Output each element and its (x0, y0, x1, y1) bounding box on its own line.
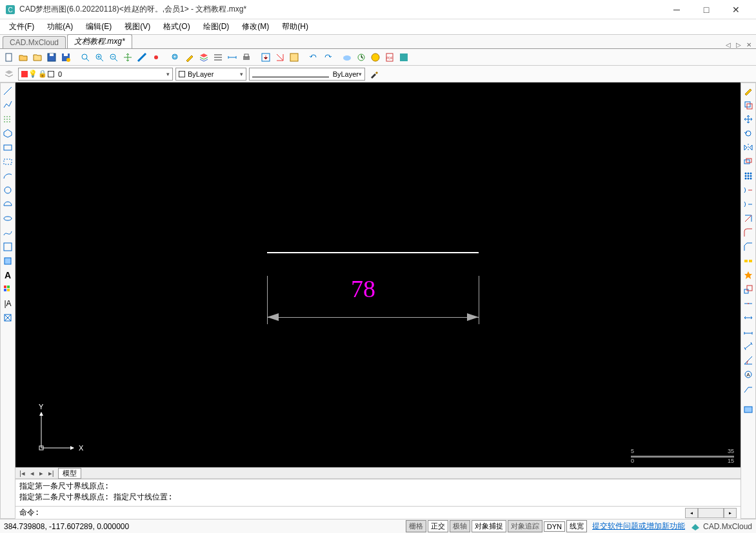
tab-next-icon[interactable]: ▷ (734, 41, 743, 48)
dim-angle-icon[interactable] (742, 354, 755, 367)
new-file-icon[interactable] (3, 51, 15, 64)
open-file-icon[interactable] (17, 51, 30, 64)
toggle-ortho[interactable]: 正交 (428, 520, 448, 532)
menu-file[interactable]: 文件(F) (5, 20, 38, 34)
dim-radius-icon[interactable]: A (742, 368, 755, 381)
scroll-right-icon[interactable]: ▸ (724, 508, 737, 518)
dim-tool-icon[interactable]: |A (1, 297, 14, 310)
layer-manager-icon[interactable] (3, 68, 15, 81)
save-as-icon[interactable] (59, 51, 72, 64)
semicircle-tool-icon[interactable] (1, 198, 14, 211)
circle-tool-icon[interactable] (1, 184, 14, 197)
scroll-left-icon[interactable]: ◂ (685, 508, 698, 518)
menu-modify[interactable]: 修改(M) (238, 20, 273, 34)
brush-icon[interactable] (368, 68, 381, 81)
spline-tool-icon[interactable] (1, 226, 14, 239)
break-icon[interactable] (742, 255, 755, 267)
ellipse-tool-icon[interactable] (1, 212, 14, 225)
hatch-tool-icon[interactable] (1, 113, 14, 126)
export-icon[interactable] (259, 51, 272, 64)
layer-combo[interactable]: 💡 🔒 0 ▾ (18, 68, 173, 81)
measure-icon[interactable] (135, 51, 148, 64)
trim-icon[interactable] (742, 198, 755, 211)
undo-icon[interactable] (307, 51, 320, 64)
leader-icon[interactable] (742, 382, 755, 395)
explode-icon[interactable] (742, 269, 755, 282)
zoom-fit-icon[interactable] (79, 51, 92, 64)
feedback-link[interactable]: 提交软件问题或增加新功能 (592, 521, 685, 532)
doc-tab-tutorial[interactable]: 文档教程.mxg* (67, 34, 132, 48)
menu-function[interactable]: 功能(A) (43, 20, 77, 34)
tools-icon[interactable] (288, 51, 301, 64)
print-icon[interactable] (240, 51, 253, 64)
app-icon-tb[interactable] (397, 51, 410, 64)
toggle-osnap[interactable]: 对象捕捉 (472, 520, 506, 532)
toggle-grid[interactable]: 栅格 (406, 520, 426, 532)
menu-view[interactable]: 视图(V) (121, 20, 154, 34)
grid-tool-icon[interactable] (1, 283, 14, 296)
menu-format[interactable]: 格式(O) (159, 20, 194, 34)
model-tab-last-icon[interactable]: ▸| (47, 469, 55, 478)
chamfer-icon[interactable] (742, 240, 755, 253)
redo-icon[interactable] (321, 51, 334, 64)
model-tab-first-icon[interactable]: |◂ (18, 469, 26, 478)
block-tool-icon[interactable] (1, 311, 14, 324)
dim-align-icon[interactable] (742, 340, 755, 353)
polyline-tool-icon[interactable] (1, 99, 14, 111)
dimension-style-icon[interactable] (226, 51, 239, 64)
model-tab-next-icon[interactable]: ▸ (38, 469, 45, 478)
line-tool-icon[interactable] (1, 84, 14, 97)
array-icon[interactable] (742, 170, 755, 182)
cloud-logo[interactable]: CAD.MxCloud (690, 521, 752, 532)
stretch-icon[interactable] (742, 311, 755, 324)
move-icon[interactable] (742, 113, 755, 126)
text-tool-icon[interactable]: A (1, 269, 14, 282)
extract-icon[interactable] (742, 212, 755, 225)
rect2-tool-icon[interactable] (1, 240, 14, 253)
zoom-out-icon[interactable] (107, 51, 120, 64)
drawing-canvas[interactable]: 78 X Y 535 015 (15, 82, 741, 467)
edit-icon[interactable] (183, 51, 196, 64)
folder-icon[interactable] (31, 51, 44, 64)
zoom-window-icon[interactable] (169, 51, 182, 64)
fillet-icon[interactable] (742, 226, 755, 239)
minimize-button[interactable]: ─ (662, 0, 691, 19)
tab-close-icon[interactable]: ✕ (744, 41, 753, 48)
toggle-otrack[interactable]: 对象追踪 (508, 520, 542, 532)
point-icon[interactable] (150, 51, 163, 64)
command-input[interactable] (42, 509, 685, 518)
edit-pencil-icon[interactable] (742, 84, 755, 97)
screenshot-icon[interactable] (742, 403, 755, 416)
cloud-icon[interactable] (341, 51, 353, 64)
menu-draw[interactable]: 绘图(D) (199, 20, 234, 34)
rect-tool-icon[interactable] (1, 141, 14, 154)
import-icon[interactable] (274, 51, 286, 64)
zoom-in-icon[interactable] (93, 51, 106, 64)
globe-icon[interactable] (369, 51, 382, 64)
lineweight-icon[interactable] (212, 51, 224, 64)
save-icon[interactable] (45, 51, 58, 64)
model-tab[interactable]: 模型 (58, 468, 81, 479)
layers-icon[interactable] (197, 51, 210, 64)
dim-linear-icon[interactable] (742, 325, 755, 338)
offset-icon[interactable] (742, 155, 755, 168)
toggle-dyn[interactable]: DYN (544, 521, 565, 532)
extend-icon[interactable] (742, 184, 755, 197)
pdf-icon[interactable]: PDF (383, 51, 396, 64)
color-combo[interactable]: ByLayer ▾ (175, 68, 246, 81)
mirror-icon[interactable] (742, 141, 755, 154)
toggle-lineweight[interactable]: 线宽 (566, 520, 587, 532)
sync-icon[interactable] (355, 51, 368, 64)
rotate-icon[interactable] (742, 127, 755, 140)
scroll-track[interactable] (698, 508, 724, 518)
tab-prev-icon[interactable]: ◁ (724, 41, 733, 48)
scale-icon[interactable] (742, 283, 755, 296)
pan-icon[interactable] (121, 51, 134, 64)
join-icon[interactable] (742, 297, 755, 310)
polygon-tool-icon[interactable] (1, 127, 14, 140)
doc-tab-mxcloud[interactable]: CAD.MxCloud (3, 36, 66, 48)
maximize-button[interactable]: □ (691, 0, 721, 19)
menu-help[interactable]: 帮助(H) (278, 20, 312, 34)
copy-icon[interactable] (742, 99, 755, 111)
arc-tool-icon[interactable] (1, 170, 14, 182)
